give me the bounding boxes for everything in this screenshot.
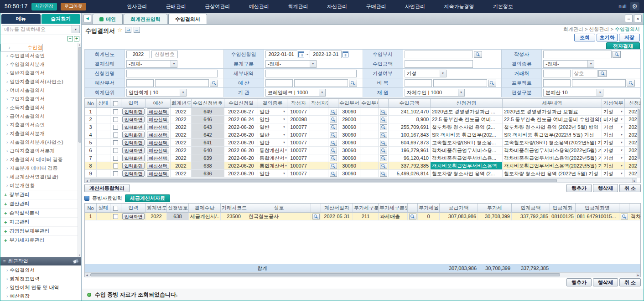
budget-select-button[interactable]: 예산선택 xyxy=(147,170,169,177)
save-button[interactable]: 저장 xyxy=(619,34,640,41)
dept-name-cell[interactable] xyxy=(360,162,379,170)
budget-lookup-button[interactable] xyxy=(349,80,357,87)
request-date-cell[interactable]: 2022-06-27 xyxy=(224,108,258,116)
title-cell[interactable]: 2020년도 경영평가성과급 ... xyxy=(431,108,503,116)
detail-cell[interactable]: 객차비품취급업무서비스용역(2022년5월) 기성 xyxy=(503,154,602,162)
detail-cell[interactable]: 철도차량 청소사업 용역 (2022년 5월) 방역 xyxy=(503,123,602,131)
topbar-menu-item[interactable]: 자산관리 xyxy=(327,3,347,10)
title-cell[interactable]: 객차비품취급업무서비스용... xyxy=(431,154,503,162)
payment-method-cell[interactable]: 세금계산서/... xyxy=(189,213,221,220)
tree-item[interactable]: ›지출결의서승인 xyxy=(0,121,78,129)
total-amount-cell[interactable]: 337,792,385 xyxy=(512,213,550,220)
fiscal-year-input[interactable] xyxy=(126,51,150,58)
fiscal-year-cell[interactable]: 2022 xyxy=(171,131,192,139)
writer-cell[interactable]: 100077 xyxy=(287,162,310,170)
topbar-menu-item[interactable]: 사업관리 xyxy=(405,3,425,10)
detail-cell[interactable]: 2020년도 경영평가성과급 보험료 xyxy=(503,108,602,116)
favorite-star-icon[interactable]: ☆ xyxy=(117,27,123,33)
budget-code-input[interactable] xyxy=(265,79,293,87)
dept-lookup-button[interactable] xyxy=(380,117,387,122)
tree-item[interactable]: ›세금계산서연결(일괄) xyxy=(0,173,78,181)
topbar-menu-item[interactable]: 회계관리 xyxy=(288,3,308,10)
row-checkbox[interactable] xyxy=(113,133,118,138)
completion-cell[interactable]: 기성▼ xyxy=(602,147,625,154)
dept-cell[interactable]: 30060 xyxy=(338,162,360,170)
organization-select[interactable]: 코레일테크 | 1000▼ xyxy=(265,89,326,97)
scrollbar-thumb[interactable] xyxy=(78,47,81,143)
tree-item[interactable]: ›지출결의서 데이터 검증 xyxy=(0,155,78,164)
search-dropdown-icon[interactable]: ▼ xyxy=(72,25,80,33)
scrollbar-thumb[interactable] xyxy=(90,273,560,276)
writer-name-cell[interactable] xyxy=(310,131,328,139)
project-code-input[interactable] xyxy=(543,79,571,87)
amount-cell[interactable]: 100,167,843 xyxy=(389,131,431,139)
topbar-menu-item[interactable]: 지속가능경영 xyxy=(444,3,474,10)
writer-name-cell[interactable] xyxy=(310,123,328,131)
topbar-menu-item[interactable]: 근태관리 xyxy=(166,3,186,10)
tab-close-button[interactable]: × xyxy=(634,15,642,22)
writer-cell[interactable]: 200098 xyxy=(287,116,310,123)
writer-lookup-button[interactable] xyxy=(330,140,337,146)
tree-group[interactable]: +장부관리 xyxy=(0,190,78,199)
tree-item[interactable]: ›지출결의서분개(사업소) xyxy=(0,138,78,147)
writer-lookup-button[interactable] xyxy=(613,51,621,58)
scrollbar-thumb[interactable] xyxy=(90,179,557,182)
completion-cell[interactable]: 비기성▼ xyxy=(602,116,625,123)
request-date-cell[interactable]: 2022-06-24 xyxy=(224,116,258,123)
writer-lookup-button[interactable] xyxy=(330,109,337,115)
budget-dept-lookup-button[interactable] xyxy=(210,80,218,87)
detail-cell[interactable]: 객차비품취급업무서비스용역(2022년5월) 기성 xyxy=(503,162,602,170)
expand-all-button[interactable]: + xyxy=(74,36,79,41)
row-checkbox[interactable] xyxy=(113,148,118,153)
tree-item[interactable]: ›지출결의서분개 xyxy=(0,129,78,138)
tree-item[interactable]: ›급여지출결의서분개 xyxy=(0,147,78,155)
tree-group[interactable]: +자금관리 xyxy=(0,217,78,226)
expense-item-name-input[interactable] xyxy=(433,79,487,87)
vat-lookup-button[interactable] xyxy=(409,214,416,219)
vendor-code-cell[interactable]: 23500 xyxy=(221,213,247,220)
input-screen-button[interactable]: 입력화면 xyxy=(122,170,145,177)
row-checkbox[interactable] xyxy=(113,109,118,114)
select-all-checkbox[interactable] xyxy=(113,101,118,106)
tree-item[interactable]: ›일반지출결의서 xyxy=(0,69,78,77)
dept-name-cell[interactable] xyxy=(360,123,379,131)
project-lookup-button[interactable] xyxy=(627,80,635,87)
tree-item[interactable]: ›급여지출결의서 xyxy=(0,112,78,121)
topbar-menu-item[interactable]: 기본정보 xyxy=(493,3,513,10)
tree-item[interactable]: ›수입결의서분개 xyxy=(0,60,78,69)
input-screen-button[interactable]: 입력화면 xyxy=(122,139,145,146)
calendar-icon[interactable] xyxy=(298,51,304,57)
scroll-down-icon[interactable]: ▼ xyxy=(78,253,81,257)
writer-lookup-button[interactable] xyxy=(330,155,337,161)
amount-cell[interactable]: 604,697,873 xyxy=(389,139,431,147)
topbar-menu-item[interactable]: 예산관리 xyxy=(249,3,269,10)
vendor-name-input[interactable] xyxy=(572,70,597,77)
tree-item[interactable]: ›구입지출결의서 xyxy=(0,95,78,103)
dept-lookup-button[interactable] xyxy=(380,171,387,177)
expense-item-lookup-button[interactable] xyxy=(488,80,496,87)
collapse-all-button[interactable]: − xyxy=(68,36,73,41)
completion-select[interactable]: 기성▼ xyxy=(405,70,447,77)
detail-cell[interactable]: 고속철도차량(SRT) 청소용역(2022년5월) 기성 xyxy=(503,139,602,147)
fiscal-year-cell[interactable]: 2022 xyxy=(146,213,167,220)
income-row[interactable]: 6 입력화면 예산선택 2022 640 2022-06-20 통합계산서▼ 1… xyxy=(85,147,641,154)
row-checkbox[interactable] xyxy=(113,117,118,122)
detail-cell[interactable]: 22.5 동부건축 전도금 여비교통비 수입결의(착... xyxy=(503,116,602,123)
amount-cell[interactable]: 5,499,026,814 xyxy=(389,170,431,178)
dept-cell[interactable]: 30060 xyxy=(338,139,360,147)
writer-lookup-button[interactable] xyxy=(330,171,337,177)
writer-lookup-button[interactable] xyxy=(330,117,337,122)
vendor-lookup-button[interactable] xyxy=(598,70,607,77)
completion-cell[interactable]: 기성▼ xyxy=(602,162,625,170)
account-unit-select[interactable]: 일반회계 | 10▼ xyxy=(126,89,187,97)
calendar-icon[interactable] xyxy=(343,51,348,57)
writer-cell[interactable]: 100077 xyxy=(287,131,310,139)
deposit-account-name-cell[interactable]: 081 647910015... xyxy=(576,213,619,220)
fiscal-year-cell[interactable]: 2022 xyxy=(171,139,192,147)
tab-list-button[interactable]: ≡ xyxy=(625,15,633,22)
dept-cell[interactable]: 30060 xyxy=(338,131,360,139)
content-tab[interactable]: 수입결의서 xyxy=(168,14,207,24)
income-row[interactable]: 4 입력화면 예산선택 2022 642 2022-06-20 일반▼ 1000… xyxy=(85,131,641,139)
input-screen-button[interactable]: 입력화면 xyxy=(122,108,145,115)
decision-type-cell[interactable]: 일반▼ xyxy=(258,170,287,178)
